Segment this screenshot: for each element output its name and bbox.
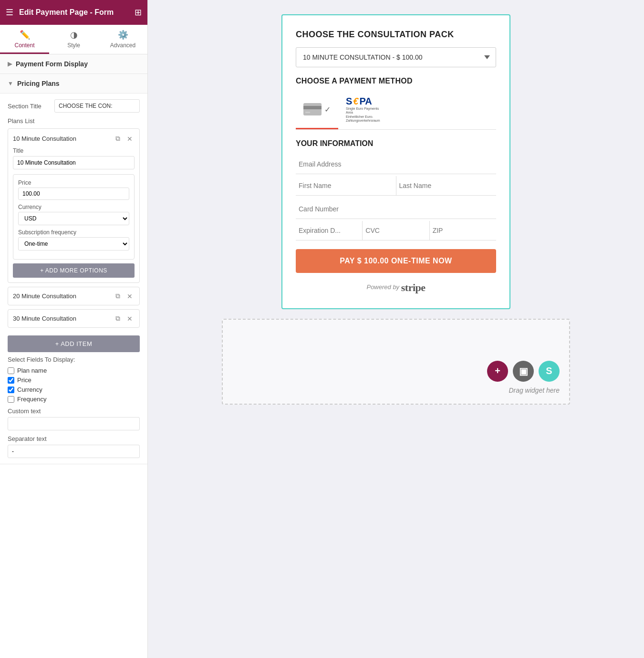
plan-3-name: 30 Minute Consultation <box>13 315 114 322</box>
payment-method-title: CHOOSE A PAYMENT METHOD <box>296 77 496 85</box>
frequency-label: Subscription frequency <box>18 229 129 236</box>
chevron-down-icon: ▼ <box>8 80 13 87</box>
pay-button[interactable]: PAY $ 100.00 ONE-TIME NOW <box>296 249 496 273</box>
plan-title-label: Title <box>13 147 135 154</box>
section-title-label: Section Title <box>8 103 51 110</box>
plan-price-box: Price Currency USD EUR GBP Subscription … <box>13 174 135 260</box>
plan-2-name: 20 Minute Consultation <box>13 292 114 300</box>
svg-rect-1 <box>303 106 322 109</box>
payment-methods: ✓ S € PA Single Euro Payments AreaEinhei… <box>296 92 496 130</box>
plan-expanded-header: 10 Minute Consultation ⧉ ✕ <box>13 134 135 144</box>
price-checkbox-label: Price <box>17 376 31 384</box>
plan-3-actions: ⧉ ✕ <box>114 313 135 324</box>
checkbox-frequency: Frequency <box>8 396 140 403</box>
last-name-input[interactable] <box>396 176 497 196</box>
left-panel: ☰ Edit Payment Page - Form ⊞ ✏️ Content … <box>0 0 148 658</box>
plan-dropdown[interactable]: 10 MINUTE CONSULTATION - $ 100.00 <box>296 47 496 67</box>
plan-1-title-input[interactable] <box>13 156 135 169</box>
powered-by: Powered by stripe <box>296 282 496 294</box>
custom-text-input[interactable] <box>8 417 140 430</box>
add-widget-button[interactable]: + <box>487 361 508 382</box>
plan-name-checkbox[interactable] <box>8 367 14 374</box>
square-widget-button[interactable]: ▣ <box>513 361 534 382</box>
separator-text-input[interactable] <box>8 445 140 458</box>
checkbox-price: Price <box>8 376 140 384</box>
card-payment-tab[interactable]: ✓ <box>296 92 338 129</box>
plan-2-delete-button[interactable]: ✕ <box>125 291 135 301</box>
stripe-logo: stripe <box>401 282 426 293</box>
plan-2-actions: ⧉ ✕ <box>114 291 135 301</box>
card-icon <box>303 103 322 115</box>
tab-content[interactable]: ✏️ Content <box>0 25 49 54</box>
sepa-payment-tab[interactable]: S € PA Single Euro Payments AreaEinheitl… <box>338 92 387 129</box>
plan-1-actions: ⧉ ✕ <box>114 134 135 144</box>
plan-1-delete-button[interactable]: ✕ <box>125 134 135 144</box>
sepa-subtitle: Single Euro Payments AreaEinheitlicher E… <box>346 107 379 123</box>
payment-form-display-section[interactable]: ▶ Payment Form Display <box>0 54 147 74</box>
frequency-row: Subscription frequency One-time Monthly … <box>18 229 129 251</box>
frequency-checkbox[interactable] <box>8 396 14 403</box>
main-area: CHOOSE THE CONSULTATION PACK 10 MINUTE C… <box>148 0 644 658</box>
plan-2-copy-button[interactable]: ⧉ <box>114 291 122 301</box>
drop-area: + ▣ S Drag widget here <box>222 319 570 405</box>
plan-item-2: 20 Minute Consultation ⧉ ✕ <box>8 287 140 305</box>
section-title-input[interactable] <box>54 99 140 113</box>
card-details-row <box>296 221 496 242</box>
your-info-title: YOUR INFORMATION <box>296 139 496 148</box>
chevron-right-icon: ▶ <box>8 61 12 67</box>
grid-icon[interactable]: ⊞ <box>135 7 142 18</box>
plan-1-copy-button[interactable]: ⧉ <box>114 134 122 144</box>
plan-item-expanded-1: 10 Minute Consultation ⧉ ✕ Title Price <box>8 128 140 283</box>
price-label: Price <box>18 179 129 186</box>
currency-checkbox[interactable] <box>8 386 14 393</box>
tab-bar: ✏️ Content ◑ Style ⚙️ Advanced <box>0 25 147 54</box>
add-more-options-button[interactable]: + ADD MORE OPTIONS <box>13 263 135 278</box>
style-icon: ◑ <box>70 30 78 40</box>
price-input[interactable] <box>18 188 129 200</box>
add-item-button[interactable]: + ADD ITEM <box>8 335 140 352</box>
cvc-input[interactable] <box>363 221 429 240</box>
plan-name-checkbox-label: Plan name <box>17 367 47 374</box>
tab-style[interactable]: ◑ Style <box>49 25 98 54</box>
plan-1-name: 10 Minute Consultation <box>13 135 114 142</box>
price-checkbox[interactable] <box>8 377 14 384</box>
pricing-plans-body: Section Title Plans List 10 Minute Consu… <box>0 94 147 464</box>
page-title: Edit Payment Page - Form <box>19 8 129 17</box>
expiry-input[interactable] <box>296 221 363 240</box>
frequency-checkbox-label: Frequency <box>17 396 46 403</box>
tab-advanced[interactable]: ⚙️ Advanced <box>98 25 147 54</box>
separator-text-label: Separator text <box>8 435 140 442</box>
content-icon: ✏️ <box>20 30 30 40</box>
zip-input[interactable] <box>430 221 496 240</box>
plan-3-copy-button[interactable]: ⧉ <box>114 313 122 324</box>
select-fields-label: Select Fields To Display: <box>8 356 140 363</box>
plans-list-label: Plans List <box>8 117 140 125</box>
currency-checkbox-label: Currency <box>17 386 42 393</box>
currency-label: Currency <box>18 204 129 210</box>
price-row: Price <box>18 179 129 200</box>
checkbox-currency: Currency <box>8 386 140 393</box>
frequency-select[interactable]: One-time Monthly Yearly <box>18 237 129 251</box>
left-panel-scroll: ▶ Payment Form Display ▼ Pricing Plans S… <box>0 54 147 658</box>
currency-row: Currency USD EUR GBP <box>18 204 129 225</box>
payment-form-card: CHOOSE THE CONSULTATION PACK 10 MINUTE C… <box>281 14 510 309</box>
email-input[interactable] <box>296 155 496 174</box>
drag-widget-text: Drag widget here <box>509 386 560 394</box>
top-bar: ☰ Edit Payment Page - Form ⊞ <box>0 0 147 25</box>
section-title-row: Section Title <box>8 99 140 113</box>
plan-3-delete-button[interactable]: ✕ <box>125 313 135 324</box>
name-row <box>296 176 496 198</box>
checkbox-plan-name: Plan name <box>8 367 140 374</box>
currency-select[interactable]: USD EUR GBP <box>18 212 129 225</box>
card-number-input[interactable] <box>296 199 496 219</box>
first-name-input[interactable] <box>296 176 396 196</box>
plan-item-3: 30 Minute Consultation ⧉ ✕ <box>8 309 140 328</box>
choose-pack-title: CHOOSE THE CONSULTATION PACK <box>296 30 496 40</box>
s-widget-button[interactable]: S <box>539 361 560 382</box>
card-check-icon: ✓ <box>324 105 331 114</box>
sepa-logo: S € PA Single Euro Payments AreaEinheitl… <box>346 96 379 123</box>
hamburger-icon[interactable]: ☰ <box>6 7 13 18</box>
advanced-icon: ⚙️ <box>118 30 128 40</box>
drop-buttons: + ▣ S <box>487 361 560 382</box>
pricing-plans-section[interactable]: ▼ Pricing Plans <box>0 74 147 94</box>
